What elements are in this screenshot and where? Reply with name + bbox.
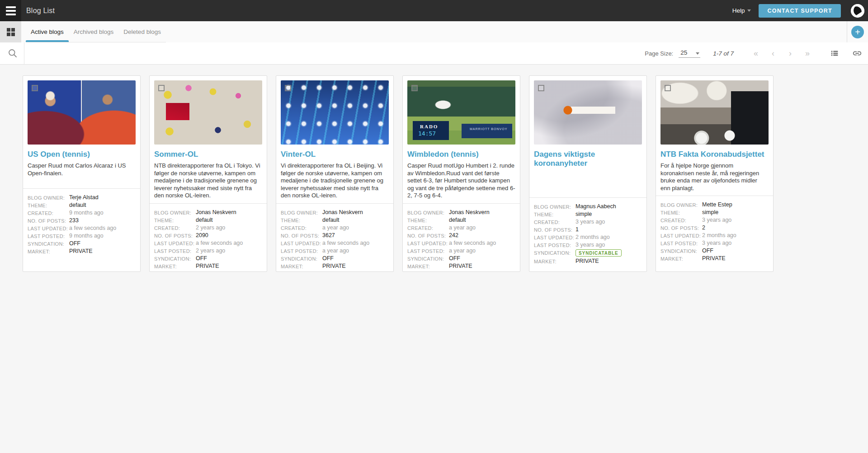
meta-value: Jonas Neskvern <box>322 209 363 216</box>
meta-row: THEME: simple <box>534 210 642 218</box>
blog-cover-image[interactable] <box>281 80 389 145</box>
page-size-select[interactable]: 25 <box>679 49 700 58</box>
add-blog-button[interactable]: + <box>851 26 864 38</box>
contact-support-button[interactable]: CONTACT SUPPORT <box>759 4 841 18</box>
blog-title-link[interactable]: Wimbledon (tennis) <box>407 150 515 159</box>
tab-deleted-blogs[interactable]: Deleted blogs <box>118 21 166 42</box>
meta-row: NO. OF POSTS: 2090 <box>154 232 262 239</box>
meta-value: 3 years ago <box>702 216 731 224</box>
meta-row: THEME: simple <box>660 209 769 216</box>
meta-row: SYNDICATION: OFF <box>281 255 389 262</box>
hamburger-menu-button[interactable] <box>0 0 21 21</box>
meta-value: OFF <box>702 247 713 254</box>
meta-value: 3 years ago <box>576 218 605 225</box>
tab-archived-blogs[interactable]: Archived blogs <box>69 21 119 42</box>
meta-label: BLOG OWNER: <box>660 201 702 209</box>
meta-label: BLOG OWNER: <box>407 209 449 216</box>
meta-row: NO. OF POSTS: 233 <box>28 217 136 224</box>
tab-active-blogs[interactable]: Active blogs <box>26 21 69 42</box>
meta-row: SYNDICATION: OFF <box>28 240 136 248</box>
meta-label: MARKET: <box>534 257 576 265</box>
meta-value: a year ago <box>449 247 476 254</box>
blog-description: For å hjelpe Norge gjennom koronakrisen … <box>660 162 769 192</box>
meta-row: NO. OF POSTS: 1 <box>534 226 642 234</box>
card-divider <box>276 203 393 204</box>
meta-label: LAST UPDATED: <box>407 239 449 247</box>
blog-title-link[interactable]: NTB Fakta Koronabudsjettet <box>660 150 769 159</box>
meta-value: 2090 <box>196 232 208 239</box>
card-select-checkbox[interactable] <box>538 85 544 91</box>
chevron-down-icon <box>747 9 751 12</box>
first-page-button[interactable]: « <box>747 47 764 60</box>
meta-value: a year ago <box>322 247 349 254</box>
meta-row: NO. OF POSTS: 242 <box>407 232 515 239</box>
meta-row: MARKET: PRIVATE <box>660 255 769 262</box>
list-view-button[interactable] <box>830 48 840 58</box>
blog-title-link[interactable]: Sommer-OL <box>154 150 262 159</box>
blog-cover-image[interactable] <box>28 80 136 145</box>
grid-view-button[interactable] <box>0 21 21 42</box>
meta-value: 2 years ago <box>196 224 225 231</box>
meta-label: MARKET: <box>407 262 449 270</box>
meta-value: 1 <box>576 226 579 233</box>
blog-title-link[interactable]: Vinter-OL <box>281 150 389 159</box>
blog-title-link[interactable]: Dagens viktigste koronanyheter <box>534 150 642 168</box>
blog-cover-image[interactable] <box>534 80 642 145</box>
blog-cover-image[interactable] <box>154 80 262 145</box>
link-button[interactable] <box>852 48 862 58</box>
card-select-checkbox[interactable] <box>411 85 418 91</box>
meta-value: SYNDICATABLE <box>576 249 622 257</box>
meta-label: NO. OF POSTS: <box>154 232 196 239</box>
tab-group: Active blogs Archived blogs Deleted blog… <box>26 21 166 42</box>
top-bar: Blog List Help CONTACT SUPPORT <box>0 0 868 21</box>
blog-title-link[interactable]: US Open (tennis) <box>28 150 136 159</box>
meta-row: BLOG OWNER: Magnus Aabech <box>534 203 642 210</box>
meta-value: 233 <box>69 217 79 224</box>
chevron-down-icon <box>696 52 699 55</box>
meta-value: 242 <box>449 232 458 239</box>
card-select-checkbox[interactable] <box>285 85 291 91</box>
card-select-checkbox[interactable] <box>665 85 671 91</box>
meta-row: LAST POSTED: a year ago <box>407 247 515 255</box>
next-page-button[interactable]: › <box>782 47 799 60</box>
meta-label: LAST POSTED: <box>660 239 702 247</box>
blog-card: Vinter-OL Vi direkterapporterer fra OL i… <box>276 75 394 272</box>
blog-card: RADO14:57MARRIOTT BONVOY Wimbledon (tenn… <box>402 75 520 272</box>
meta-label: MARKET: <box>281 262 322 270</box>
user-avatar[interactable] <box>851 4 864 18</box>
meta-value: a few seconds ago <box>322 239 369 247</box>
card-divider <box>23 188 140 189</box>
page-size-value: 25 <box>680 49 687 56</box>
hamburger-icon <box>6 6 16 8</box>
blog-description: NTB direkterapporterer fra OL i Tokyo. V… <box>154 162 262 200</box>
card-select-checkbox[interactable] <box>32 85 38 91</box>
meta-value: 2 months ago <box>576 234 610 241</box>
meta-value: a few seconds ago <box>69 224 116 232</box>
blog-card: NTB Fakta Koronabudsjettet For å hjelpe … <box>656 75 774 272</box>
search-button[interactable] <box>8 48 18 58</box>
meta-row: LAST UPDATED: a few seconds ago <box>281 239 389 247</box>
meta-row: LAST UPDATED: a few seconds ago <box>28 224 136 232</box>
blog-meta: BLOG OWNER: Magnus Aabech THEME: simple … <box>534 203 642 265</box>
meta-label: SYNDICATION: <box>154 255 196 262</box>
meta-row: MARKET: PRIVATE <box>407 262 515 270</box>
blog-description: Casper Ruud mot Carlos Alcaraz i US Open… <box>28 162 136 185</box>
help-menu[interactable]: Help <box>732 7 751 14</box>
card-select-checkbox[interactable] <box>158 85 165 91</box>
blog-cover-image[interactable] <box>660 80 769 145</box>
meta-label: THEME: <box>407 216 449 224</box>
meta-label: CREATED: <box>154 224 196 232</box>
meta-row: CREATED: 9 months ago <box>28 209 136 217</box>
photo-text: RADO <box>420 124 438 129</box>
card-divider <box>529 197 646 198</box>
prev-page-button[interactable]: ‹ <box>764 47 782 60</box>
blog-card: Dagens viktigste koronanyheter BLOG OWNE… <box>529 75 647 272</box>
meta-label: LAST UPDATED: <box>660 232 702 239</box>
meta-label: NO. OF POSTS: <box>407 232 449 239</box>
meta-row: LAST UPDATED: a few seconds ago <box>154 239 262 247</box>
last-page-button[interactable]: » <box>799 47 816 60</box>
tab-bar: Active blogs Archived blogs Deleted blog… <box>0 21 868 42</box>
blog-cover-image[interactable]: RADO14:57MARRIOTT BONVOY <box>407 80 515 145</box>
meta-label: THEME: <box>154 216 196 224</box>
meta-row: MARKET: PRIVATE <box>281 262 389 270</box>
